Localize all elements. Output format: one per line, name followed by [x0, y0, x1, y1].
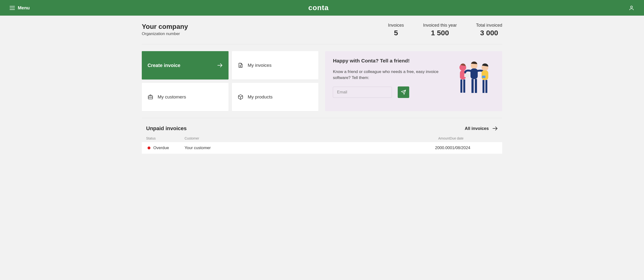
my-products-button[interactable]: My products — [232, 83, 319, 111]
col-amount: Amount — [414, 136, 450, 140]
invoice-table: Status Customer Amount Due date Overdue … — [142, 134, 502, 154]
unpaid-invoices-section: Unpaid invoices All invoices Status Cust… — [142, 118, 502, 154]
stat-value: 5 — [388, 29, 404, 37]
svg-rect-16 — [470, 68, 478, 79]
svg-rect-21 — [482, 80, 484, 93]
action-label: Create invoice — [148, 63, 180, 68]
svg-rect-22 — [486, 80, 487, 93]
table-header: Status Customer Amount Due date — [142, 134, 502, 142]
stat-label: Total invoiced — [476, 23, 502, 28]
org-number-label: Organization number — [142, 31, 188, 36]
stat-label: Invoices — [388, 23, 404, 28]
logo-icon: conta — [308, 4, 336, 12]
section-title: Unpaid invoices — [146, 125, 187, 132]
svg-rect-23 — [482, 76, 486, 78]
friends-illustration — [454, 58, 494, 99]
menu-button[interactable]: Menu — [10, 5, 30, 10]
referral-send-button[interactable] — [398, 86, 409, 98]
svg-rect-13 — [463, 79, 465, 93]
referral-card: Happy with Conta? Tell a friend! Know a … — [325, 51, 502, 111]
logo: conta — [308, 4, 336, 12]
customer-cell: Your customer — [184, 146, 414, 150]
arrow-right-icon — [492, 126, 498, 131]
referral-title: Happy with Conta? Tell a friend! — [333, 58, 446, 64]
due-date-cell: 01/08/2024 — [450, 146, 498, 150]
profile-button[interactable] — [628, 5, 634, 11]
action-label: My invoices — [248, 63, 272, 68]
send-icon — [401, 90, 406, 95]
status-dot-icon — [148, 146, 150, 149]
action-label: My products — [248, 94, 272, 100]
hamburger-icon — [10, 6, 15, 10]
all-invoices-link[interactable]: All invoices — [465, 126, 498, 131]
briefcase-icon — [148, 94, 153, 100]
arrow-right-icon — [217, 62, 223, 68]
stat-value: 3 000 — [476, 29, 502, 37]
my-customers-button[interactable]: My customers — [142, 83, 228, 111]
col-due-date: Due date — [450, 136, 498, 140]
stat-value: 1 500 — [423, 29, 457, 37]
svg-text:conta: conta — [308, 4, 329, 11]
stats-row: Invoices 5 Invoiced this year 1 500 Tota… — [388, 23, 502, 37]
svg-rect-12 — [460, 79, 462, 93]
stat-invoiced-year: Invoiced this year 1 500 — [423, 23, 457, 37]
col-status: Status — [146, 136, 184, 140]
topbar: Menu conta — [0, 0, 644, 15]
all-invoices-label: All invoices — [465, 126, 489, 131]
stat-label: Invoiced this year — [423, 23, 457, 28]
stat-invoices: Invoices 5 — [388, 23, 404, 37]
company-name: Your company — [142, 23, 188, 30]
amount-cell: 2000.00 — [414, 146, 450, 150]
referral-email-input[interactable] — [333, 87, 392, 98]
table-row[interactable]: Overdue Your customer 2000.00 01/08/2024 — [142, 142, 502, 154]
create-invoice-button[interactable]: Create invoice — [142, 51, 228, 79]
svg-rect-17 — [472, 79, 474, 93]
company-header: Your company Organization number Invoice… — [142, 23, 502, 44]
svg-rect-18 — [475, 79, 477, 93]
document-icon — [238, 62, 244, 68]
menu-label: Menu — [18, 5, 30, 10]
actions-grid: Create invoice My invoices My customers — [142, 51, 318, 111]
cube-icon — [238, 94, 244, 100]
svg-rect-14 — [464, 74, 469, 77]
svg-point-1 — [630, 6, 632, 8]
stat-total-invoiced: Total invoiced 3 000 — [476, 23, 502, 37]
referral-body: Know a friend or colleague who needs a f… — [333, 69, 446, 81]
col-customer: Customer — [184, 136, 414, 140]
status-text: Overdue — [153, 146, 169, 150]
action-label: My customers — [158, 94, 186, 100]
profile-icon — [628, 5, 634, 11]
my-invoices-button[interactable]: My invoices — [232, 51, 319, 79]
svg-rect-20 — [482, 70, 488, 80]
